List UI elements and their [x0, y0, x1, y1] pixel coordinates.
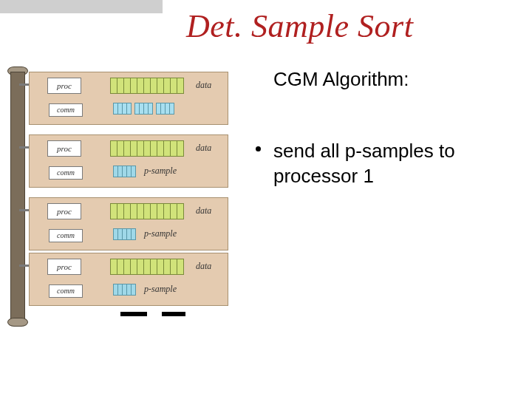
header-stripe — [0, 0, 163, 13]
processor-block-4: proc comm data p-sample — [29, 253, 236, 306]
psample-label: p-sample — [144, 228, 177, 239]
data-label: data — [196, 261, 211, 272]
proc-label: proc — [47, 78, 81, 94]
processor-block-1: proc comm data — [29, 72, 236, 125]
bus-strip — [10, 72, 25, 323]
data-label: data — [196, 80, 211, 91]
bus-endcap-bottom — [7, 318, 28, 327]
comm-label: comm — [49, 166, 83, 180]
psample-cells — [113, 166, 135, 177]
data-cells — [110, 203, 183, 219]
comm-label: comm — [49, 103, 83, 117]
under-marker-2 — [162, 312, 185, 316]
bullet-item: send all p-samples to processor 1 — [273, 139, 532, 189]
proc-label: proc — [47, 259, 81, 275]
processor-block-2: proc comm data p-sample — [29, 134, 236, 188]
bullet-text: send all p-samples to processor 1 — [273, 140, 455, 187]
proc-label: proc — [47, 140, 81, 157]
comm-label: comm — [49, 229, 83, 242]
data-label: data — [196, 143, 211, 154]
data-cells — [110, 140, 183, 157]
data-cells — [110, 259, 183, 275]
psample-label: p-sample — [144, 166, 177, 177]
under-marker-1 — [120, 312, 147, 316]
received-psample-groups — [113, 103, 174, 115]
comm-label: comm — [49, 284, 83, 298]
memory-box: proc comm data p-sample — [29, 253, 228, 306]
psample-cells — [113, 228, 135, 240]
slide-subtitle: CGM Algorithm: — [273, 68, 409, 91]
proc-label: proc — [47, 203, 81, 219]
memory-box: proc comm data p-sample — [29, 134, 228, 188]
memory-box: proc comm data — [29, 72, 228, 125]
psample-cells — [113, 284, 135, 296]
processor-block-3: proc comm data p-sample — [29, 197, 236, 250]
data-cells — [110, 78, 183, 94]
psample-label: p-sample — [144, 284, 177, 295]
memory-box: proc comm data p-sample — [29, 197, 228, 250]
bullet-icon — [256, 146, 261, 151]
data-label: data — [196, 205, 211, 216]
slide-title: Det. Sample Sort — [186, 7, 413, 45]
